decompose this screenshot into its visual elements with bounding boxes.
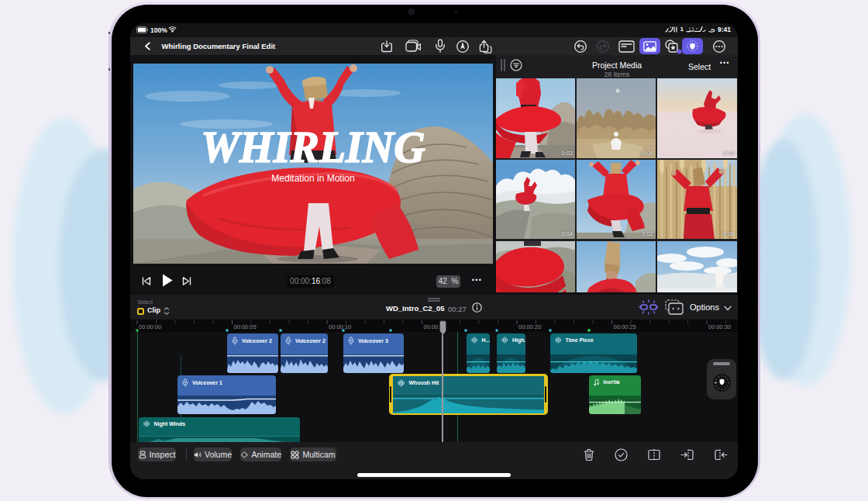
- svg-text:00:00:10: 00:00:10: [329, 323, 351, 330]
- svg-text:00:00:25: 00:00:25: [614, 323, 636, 330]
- svg-text:00:00:05: 00:00:05: [234, 323, 257, 330]
- svg-text:00:00:30: 00:00:30: [708, 323, 731, 330]
- svg-text:00:00:00: 00:00:00: [139, 323, 161, 330]
- svg-text:00:00:20: 00:00:20: [518, 323, 541, 330]
